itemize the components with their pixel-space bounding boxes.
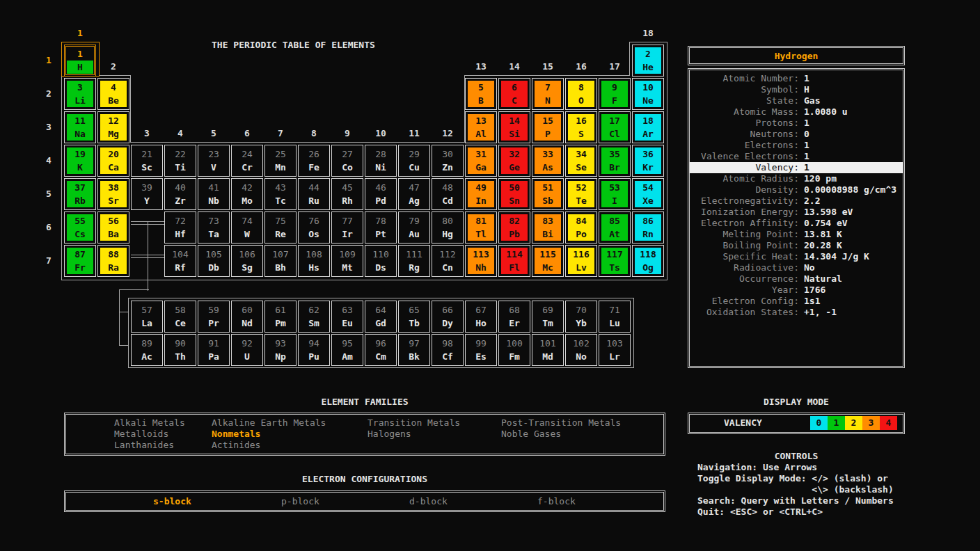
element-cell-At[interactable]: 85At xyxy=(599,211,631,243)
element-cell-No[interactable]: 102No xyxy=(565,334,597,366)
element-cell-O[interactable]: 8O xyxy=(565,78,597,110)
element-cell-Es[interactable]: 99Es xyxy=(465,334,497,366)
element-cell-Th[interactable]: 90Th xyxy=(164,334,196,366)
element-cell-Ta[interactable]: 73Ta xyxy=(198,211,230,243)
element-cell-Am[interactable]: 95Am xyxy=(331,334,363,366)
element-cell-N[interactable]: 7N xyxy=(532,78,564,110)
element-cell-Pd[interactable]: 46Pd xyxy=(365,178,397,210)
element-cell-W[interactable]: 74W xyxy=(231,211,263,243)
element-cell-Ir[interactable]: 77Ir xyxy=(331,211,363,243)
element-cell-Fr[interactable]: 87Fr xyxy=(64,245,96,277)
element-cell-Zn[interactable]: 30Zn xyxy=(432,145,464,177)
element-cell-Tb[interactable]: 65Tb xyxy=(398,301,430,333)
element-cell-Tm[interactable]: 69Tm xyxy=(532,301,564,333)
element-cell-Rg[interactable]: 111Rg xyxy=(398,245,430,277)
element-cell-Bh[interactable]: 107Bh xyxy=(264,245,297,277)
element-cell-Ca[interactable]: 20Ca xyxy=(97,145,129,177)
element-cell-Lv[interactable]: 116Lv xyxy=(565,245,597,277)
element-cell-Te[interactable]: 52Te xyxy=(565,178,597,210)
element-cell-Cr[interactable]: 24Cr xyxy=(231,145,263,177)
element-cell-Cn[interactable]: 112Cn xyxy=(432,245,464,277)
element-cell-Sm[interactable]: 62Sm xyxy=(298,301,330,333)
element-cell-He[interactable]: 2He xyxy=(632,45,664,77)
element-cell-Zr[interactable]: 40Zr xyxy=(164,178,196,210)
element-cell-Pr[interactable]: 59Pr xyxy=(198,301,230,333)
element-cell-Sn[interactable]: 50Sn xyxy=(498,178,530,210)
element-cell-Cl[interactable]: 17Cl xyxy=(599,111,631,143)
element-cell-Sg[interactable]: 106Sg xyxy=(231,245,263,277)
element-cell-In[interactable]: 49In xyxy=(465,178,497,210)
element-cell-Kr[interactable]: 36Kr xyxy=(632,145,664,177)
element-cell-Ds[interactable]: 110Ds xyxy=(365,245,397,277)
element-cell-Ru[interactable]: 44Ru xyxy=(298,178,330,210)
element-cell-Og[interactable]: 118Og xyxy=(632,245,664,277)
element-cell-Cs[interactable]: 55Cs xyxy=(64,211,96,243)
element-cell-Xe[interactable]: 54Xe xyxy=(632,178,664,210)
element-cell-Ag[interactable]: 47Ag xyxy=(398,178,430,210)
element-cell-Hf[interactable]: 72Hf xyxy=(164,211,196,243)
element-cell-Au[interactable]: 79Au xyxy=(398,211,430,243)
element-cell-F[interactable]: 9F xyxy=(599,78,631,110)
element-cell-Lu[interactable]: 71Lu xyxy=(599,301,631,333)
element-cell-Ce[interactable]: 58Ce xyxy=(164,301,196,333)
element-cell-Li[interactable]: 3Li xyxy=(64,78,96,110)
element-cell-Cf[interactable]: 98Cf xyxy=(432,334,464,366)
element-cell-Nd[interactable]: 60Nd xyxy=(231,301,263,333)
element-cell-Tl[interactable]: 81Tl xyxy=(465,211,497,243)
element-cell-Si[interactable]: 14Si xyxy=(498,111,530,143)
element-cell-Sb[interactable]: 51Sb xyxy=(532,178,564,210)
element-cell-Se[interactable]: 34Se xyxy=(565,145,597,177)
element-cell-Ti[interactable]: 22Ti xyxy=(164,145,196,177)
element-cell-Os[interactable]: 76Os xyxy=(298,211,330,243)
element-cell-Hs[interactable]: 108Hs xyxy=(298,245,330,277)
element-cell-Cm[interactable]: 96Cm xyxy=(365,334,397,366)
element-cell-Pb[interactable]: 82Pb xyxy=(498,211,530,243)
element-cell-Ar[interactable]: 18Ar xyxy=(632,111,664,143)
element-cell-Ni[interactable]: 28Ni xyxy=(365,145,397,177)
element-cell-Db[interactable]: 105Db xyxy=(198,245,230,277)
element-cell-Fl[interactable]: 114Fl xyxy=(498,245,530,277)
element-cell-Pu[interactable]: 94Pu xyxy=(298,334,330,366)
element-cell-Y[interactable]: 39Y xyxy=(131,178,163,210)
element-cell-Mg[interactable]: 12Mg xyxy=(97,111,129,143)
element-cell-Rh[interactable]: 45Rh xyxy=(331,178,363,210)
element-cell-P[interactable]: 15P xyxy=(532,111,564,143)
element-cell-Np[interactable]: 93Np xyxy=(264,334,297,366)
element-cell-As[interactable]: 33As xyxy=(532,145,564,177)
element-cell-Al[interactable]: 13Al xyxy=(465,111,497,143)
element-cell-Md[interactable]: 101Md xyxy=(532,334,564,366)
element-cell-Rf[interactable]: 104Rf xyxy=(164,245,196,277)
element-cell-Pm[interactable]: 61Pm xyxy=(264,301,297,333)
element-cell-Mt[interactable]: 109Mt xyxy=(331,245,363,277)
element-cell-B[interactable]: 5B xyxy=(465,78,497,110)
element-cell-Bk[interactable]: 97Bk xyxy=(398,334,430,366)
element-cell-Sr[interactable]: 38Sr xyxy=(97,178,129,210)
element-cell-Po[interactable]: 84Po xyxy=(565,211,597,243)
element-cell-I[interactable]: 53I xyxy=(599,178,631,210)
element-cell-Ts[interactable]: 117Ts xyxy=(599,245,631,277)
element-cell-Rb[interactable]: 37Rb xyxy=(64,178,96,210)
element-cell-Ra[interactable]: 88Ra xyxy=(97,245,129,277)
element-cell-Rn[interactable]: 86Rn xyxy=(632,211,664,243)
element-cell-Ho[interactable]: 67Ho xyxy=(465,301,497,333)
element-cell-Yb[interactable]: 70Yb xyxy=(565,301,597,333)
element-cell-Gd[interactable]: 64Gd xyxy=(365,301,397,333)
element-cell-Ac[interactable]: 89Ac xyxy=(131,334,163,366)
element-cell-Sc[interactable]: 21Sc xyxy=(131,145,163,177)
element-cell-C[interactable]: 6C xyxy=(498,78,530,110)
element-cell-La[interactable]: 57La xyxy=(131,301,163,333)
element-cell-Tc[interactable]: 43Tc xyxy=(264,178,297,210)
element-cell-Na[interactable]: 11Na xyxy=(64,111,96,143)
element-cell-Lr[interactable]: 103Lr xyxy=(599,334,631,366)
element-cell-Mo[interactable]: 42Mo xyxy=(231,178,263,210)
element-cell-Cd[interactable]: 48Cd xyxy=(432,178,464,210)
element-cell-Ge[interactable]: 32Ge xyxy=(498,145,530,177)
element-cell-Ne[interactable]: 10Ne xyxy=(632,78,664,110)
element-cell-Co[interactable]: 27Co xyxy=(331,145,363,177)
element-cell-Be[interactable]: 4Be xyxy=(97,78,129,110)
element-cell-Mn[interactable]: 25Mn xyxy=(264,145,297,177)
element-cell-Fm[interactable]: 100Fm xyxy=(498,334,530,366)
element-cell-Pa[interactable]: 91Pa xyxy=(198,334,230,366)
element-cell-Dy[interactable]: 66Dy xyxy=(432,301,464,333)
element-cell-Eu[interactable]: 63Eu xyxy=(331,301,363,333)
